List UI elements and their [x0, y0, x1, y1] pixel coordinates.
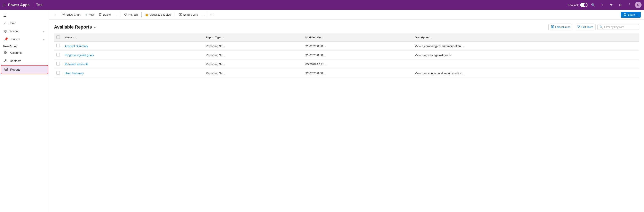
header-checkbox[interactable] — [56, 36, 60, 39]
svg-rect-17 — [553, 26, 554, 28]
toggle-thumb — [584, 3, 587, 7]
table-row: Retained accounts Reporting Se... 6/27/2… — [54, 60, 639, 69]
search-button[interactable]: 🔍 — [590, 2, 596, 8]
more-options-button[interactable]: ⋯ — [209, 12, 215, 18]
filter-search-icon: 🔍 — [600, 26, 603, 29]
svg-point-4 — [5, 59, 6, 61]
col-header-description[interactable]: Description ⌄ — [412, 33, 639, 42]
sidebar-item-contacts[interactable]: Contacts — [1, 57, 48, 65]
svg-rect-2 — [4, 53, 6, 54]
share-button[interactable]: Share ⌄ — [621, 12, 641, 18]
row-checkbox-2[interactable] — [56, 62, 60, 65]
filter-button[interactable] — [608, 2, 614, 8]
col-header-report-type[interactable]: Report Type ⌄ — [204, 33, 303, 42]
table-row: Account Summary Reporting Se... 3/5/2023… — [54, 42, 639, 51]
recent-chevron-icon: ⌄ — [43, 30, 45, 33]
add-button[interactable]: + — [599, 2, 606, 8]
back-button[interactable]: ← — [52, 12, 59, 18]
sidebar-item-recent[interactable]: ◷ Recent ⌄ — [1, 27, 48, 35]
edit-filters-button[interactable]: Edit filters — [575, 24, 596, 30]
email-icon — [179, 13, 182, 17]
new-look-toggle[interactable] — [580, 3, 588, 7]
pinned-icon: 📌 — [4, 37, 8, 41]
filter-search-box[interactable]: 🔍 — [597, 24, 639, 30]
share-label: Share — [628, 13, 635, 16]
row-checkbox-cell — [54, 42, 62, 51]
edit-filters-label: Edit filters — [582, 26, 593, 29]
settings-button[interactable]: ⚙ — [617, 2, 624, 8]
share-chevron-icon: ⌄ — [636, 13, 638, 16]
sidebar-item-pinned[interactable]: 📌 Pinned ⌄ — [1, 35, 48, 43]
new-button[interactable]: + New — [83, 12, 96, 18]
col-header-modified-on[interactable]: Modified On ⌄ — [303, 33, 412, 42]
home-icon: ⌂ — [4, 21, 6, 25]
visualize-button[interactable]: ▣ Visualize this view — [143, 12, 173, 18]
edit-columns-button[interactable]: Edit columns — [548, 24, 573, 30]
row-name-1[interactable]: Progress against goals — [62, 51, 204, 60]
svg-rect-3 — [6, 53, 7, 54]
recent-icon: ◷ — [4, 29, 7, 33]
col-modified-on-label: Modified On — [305, 36, 321, 39]
row-modified-on-2: 6/27/2024 12:4... — [303, 60, 412, 69]
delete-label: Delete — [103, 13, 111, 16]
pinned-chevron-icon: ⌄ — [43, 38, 45, 41]
sidebar-item-reports[interactable]: Reports — [1, 65, 48, 74]
row-description-3: View user contact and security role in..… — [412, 69, 639, 78]
refresh-label: Refresh — [128, 13, 138, 16]
row-report-type-1: Reporting Se... — [204, 51, 303, 60]
refresh-button[interactable]: Refresh — [122, 12, 140, 18]
table-row: Progress against goals Reporting Se... 3… — [54, 51, 639, 60]
row-checkbox-0[interactable] — [56, 44, 60, 47]
svg-rect-0 — [4, 51, 6, 52]
row-checkbox-1[interactable] — [56, 53, 60, 56]
hamburger-button[interactable]: ☰ — [0, 10, 49, 19]
sidebar-accounts-label: Accounts — [10, 51, 22, 54]
row-name-link-3[interactable]: User Summary — [65, 72, 84, 75]
row-checkbox-3[interactable] — [56, 71, 60, 74]
col-name-label: Name — [65, 36, 72, 39]
help-button[interactable]: ? — [626, 2, 632, 8]
row-description-2 — [412, 60, 639, 69]
row-checkbox-cell — [54, 60, 62, 69]
reports-icon — [4, 67, 8, 72]
sidebar-item-home[interactable]: ⌂ Home — [1, 19, 48, 27]
sidebar-pinned-label: Pinned — [11, 38, 20, 41]
row-report-type-0: Reporting Se... — [204, 42, 303, 51]
visualize-label: Visualize this view — [150, 13, 171, 16]
col-header-name[interactable]: Name ↑ ⌄ — [62, 33, 204, 42]
row-name-2[interactable]: Retained accounts — [62, 60, 204, 69]
delete-chevron[interactable]: ⌄ — [114, 12, 118, 17]
row-name-link-1[interactable]: Progress against goals — [65, 54, 94, 57]
row-description-0: View a chronological summary of an ... — [412, 42, 639, 51]
email-chevron[interactable]: ⌄ — [200, 12, 206, 17]
visualize-icon: ▣ — [145, 13, 148, 17]
col-description-label: Description — [415, 36, 430, 39]
row-checkbox-cell — [54, 69, 62, 78]
edit-filters-icon — [577, 25, 580, 29]
list-actions: Edit columns Edit filters 🔍 — [548, 24, 639, 30]
row-name-0[interactable]: Account Summary — [62, 42, 204, 51]
row-modified-on-3: 3/5/2023 8:58 ... — [303, 69, 412, 78]
grid-icon[interactable]: ⊞ — [2, 3, 6, 7]
email-link-button[interactable]: Email a Link — [177, 12, 200, 18]
row-name-link-0[interactable]: Account Summary — [65, 45, 88, 48]
show-chart-button[interactable]: Show Chart — [60, 12, 82, 18]
separator-4 — [207, 12, 207, 17]
separator-1 — [120, 12, 120, 17]
new-label: New — [88, 13, 94, 16]
row-checkbox-cell — [54, 51, 62, 60]
row-name-link-2[interactable]: Retained accounts — [65, 63, 88, 66]
new-look-label: New look — [568, 4, 578, 7]
svg-rect-1 — [6, 51, 7, 52]
row-description-1: View progress against goals — [412, 51, 639, 60]
avatar[interactable]: U — [635, 2, 642, 8]
new-group-header: New Group — [0, 43, 49, 49]
new-look-toggle-group: New look — [568, 3, 588, 7]
row-name-3[interactable]: User Summary — [62, 69, 204, 78]
brand-label: Power Apps — [8, 3, 30, 7]
filter-search-input[interactable] — [604, 26, 637, 29]
sidebar-item-accounts[interactable]: Accounts — [1, 49, 48, 57]
row-report-type-3: Reporting Se... — [204, 69, 303, 78]
list-title-chevron-icon[interactable]: ⌄ — [94, 26, 96, 29]
delete-button[interactable]: Delete — [96, 12, 113, 18]
